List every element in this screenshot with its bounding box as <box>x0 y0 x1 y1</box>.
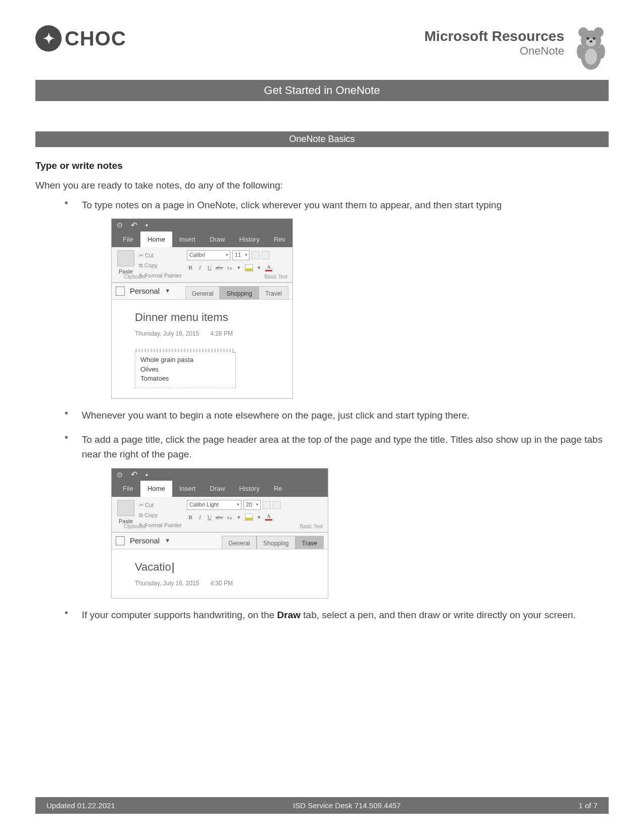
intro-text: When you are ready to take notes, do any… <box>35 178 609 193</box>
section-tab-travel[interactable]: Travel <box>259 286 288 299</box>
undo-icon[interactable]: ↶ <box>131 219 137 232</box>
copy-button[interactable]: ⧉ Copy <box>139 511 182 520</box>
tab-insert[interactable]: Insert <box>172 231 203 247</box>
w2-page-title[interactable]: Vacatio <box>135 559 314 576</box>
onenote-window-1: ⊙ ↶ ▪ File Home Insert Draw History Rev <box>111 218 293 399</box>
note-container[interactable]: ↔ Whole grain pasta Olives Tomatoes <box>135 352 236 389</box>
paste-button[interactable]: Paste <box>116 500 136 526</box>
undo-icon[interactable]: ↶ <box>131 469 137 481</box>
header-title: Microsoft Resources <box>424 28 564 44</box>
more-font-icon[interactable]: ▾ <box>235 513 242 522</box>
tab-draw[interactable]: Draw <box>203 231 232 247</box>
section-tab-travel[interactable]: Trave <box>295 536 324 549</box>
w1-ribbon-body: Paste ✂ Cut ⧉ Copy ✎ Format Painter Cali… <box>112 247 292 283</box>
font-size-combo[interactable]: 11 <box>232 250 250 260</box>
hl-dd-icon[interactable]: ▾ <box>256 263 263 272</box>
bold-button[interactable]: B <box>187 263 194 272</box>
header: ✦ CHOC Microsoft Resources OneNote <box>35 20 609 71</box>
bullets-icon[interactable] <box>252 251 260 259</box>
w1-page-title[interactable]: Dinner menu items <box>135 309 278 326</box>
bullet-3: To add a page title, click the page head… <box>65 432 609 599</box>
w2-page-area[interactable]: Vacatio Thursday, July 16, 2015 4:30 PM <box>112 549 328 598</box>
tab-home[interactable]: Home <box>140 231 172 247</box>
bold-button[interactable]: B <box>187 513 194 522</box>
underline-button[interactable]: U <box>206 263 213 272</box>
bullets-icon[interactable] <box>263 501 271 509</box>
logo-mark-icon: ✦ <box>35 25 62 52</box>
bullet-4-bold: Draw <box>277 610 301 620</box>
numbering-icon[interactable] <box>262 251 270 259</box>
w2-page-time: 4:30 PM <box>210 579 233 588</box>
section-tab-shopping[interactable]: Shopping <box>257 536 295 549</box>
underline-button[interactable]: U <box>206 513 213 522</box>
copy-button[interactable]: ⧉ Copy <box>139 261 182 270</box>
w1-page-date: Thursday, July 16, 2015 <box>135 329 199 339</box>
tab-history[interactable]: History <box>232 481 267 496</box>
bullet-2-text: Whenever you want to begin a note elsewh… <box>82 410 470 421</box>
w2-notebook-row: Personal ▼ General Shopping Trave <box>112 532 328 549</box>
notebook-icon[interactable] <box>116 287 125 296</box>
cut-button[interactable]: ✂ Cut <box>139 501 182 509</box>
footer-updated: Updated 01.22.2021 <box>46 801 115 810</box>
qat-more-icon[interactable]: ▪ <box>145 220 148 231</box>
back-icon[interactable]: ⊙ <box>117 470 123 481</box>
footer-service-desk: ISD Service Desk 714.509.4457 <box>293 801 401 810</box>
note-handle[interactable] <box>135 349 235 352</box>
tab-insert[interactable]: Insert <box>172 481 203 496</box>
notebook-dd-icon[interactable]: ▼ <box>165 536 170 545</box>
more-font-icon[interactable]: ▾ <box>235 263 242 272</box>
subscript-button[interactable]: x₂ <box>226 263 233 272</box>
tab-history[interactable]: History <box>232 231 267 247</box>
tab-file[interactable]: File <box>116 481 140 496</box>
w1-page-time: 4:28 PM <box>210 329 233 339</box>
italic-button[interactable]: I <box>196 263 204 272</box>
back-icon[interactable]: ⊙ <box>117 220 123 231</box>
highlight-button[interactable] <box>245 514 253 521</box>
w2-ribbon-body: Paste ✂ Cut ⧉ Copy ✎ Format Painter Cali… <box>112 497 328 532</box>
paste-icon <box>117 250 134 266</box>
tab-file[interactable]: File <box>116 231 140 247</box>
hl-dd-icon[interactable]: ▾ <box>256 513 263 522</box>
strike-button[interactable]: abc <box>216 513 223 522</box>
bullet-4-b: tab, select a pen, and then draw or writ… <box>301 610 576 620</box>
svg-point-5 <box>598 44 605 59</box>
subscript-button[interactable]: x₂ <box>226 513 233 522</box>
notebook-name[interactable]: Personal <box>130 285 160 297</box>
paste-button[interactable]: Paste <box>116 250 136 276</box>
basic-text-group-label: Basic Text <box>265 273 287 281</box>
header-subtitle: OneNote <box>424 44 564 58</box>
cut-button[interactable]: ✂ Cut <box>139 251 182 260</box>
qat-more-icon[interactable]: ▪ <box>145 470 148 481</box>
italic-button[interactable]: I <box>196 513 204 522</box>
font-color-button[interactable]: A <box>265 514 272 521</box>
numbering-icon[interactable] <box>273 501 281 509</box>
section-tab-shopping[interactable]: Shopping <box>220 286 259 299</box>
note-grip-icon[interactable]: ↔ <box>231 349 236 356</box>
font-size-combo[interactable]: 20 <box>243 500 261 510</box>
font-name-combo[interactable]: Calibri Light <box>187 500 241 510</box>
bullet-4-a: If your computer supports handwriting, o… <box>82 610 277 620</box>
note-line-2: Olives <box>140 365 230 375</box>
bear-icon <box>573 25 609 71</box>
w1-page-area[interactable]: Dinner menu items Thursday, July 16, 201… <box>112 300 292 398</box>
w2-titlebar: ⊙ ↶ ▪ <box>112 469 328 482</box>
bullet-3-text: To add a page title, click the page head… <box>82 434 603 459</box>
notebook-dd-icon[interactable]: ▼ <box>165 287 170 295</box>
notebook-name[interactable]: Personal <box>130 535 160 546</box>
tab-review[interactable]: Rev <box>267 231 292 247</box>
bullet-2: Whenever you want to begin a note elsewh… <box>65 408 609 423</box>
tab-draw[interactable]: Draw <box>203 481 232 496</box>
strike-button[interactable]: abc <box>216 263 223 272</box>
notebook-icon[interactable] <box>116 536 125 545</box>
section-tab-general[interactable]: General <box>222 536 257 549</box>
svg-point-4 <box>577 44 584 59</box>
tab-home[interactable]: Home <box>140 481 172 496</box>
title-bar: Get Started in OneNote <box>35 80 609 101</box>
svg-point-10 <box>589 40 592 42</box>
tab-review[interactable]: Re <box>267 481 289 496</box>
footer-page-number: 1 of 7 <box>578 801 598 810</box>
font-color-button[interactable]: A <box>265 264 272 271</box>
section-tab-general[interactable]: General <box>185 286 220 299</box>
highlight-button[interactable] <box>245 264 253 271</box>
font-name-combo[interactable]: Calibri <box>187 250 230 260</box>
